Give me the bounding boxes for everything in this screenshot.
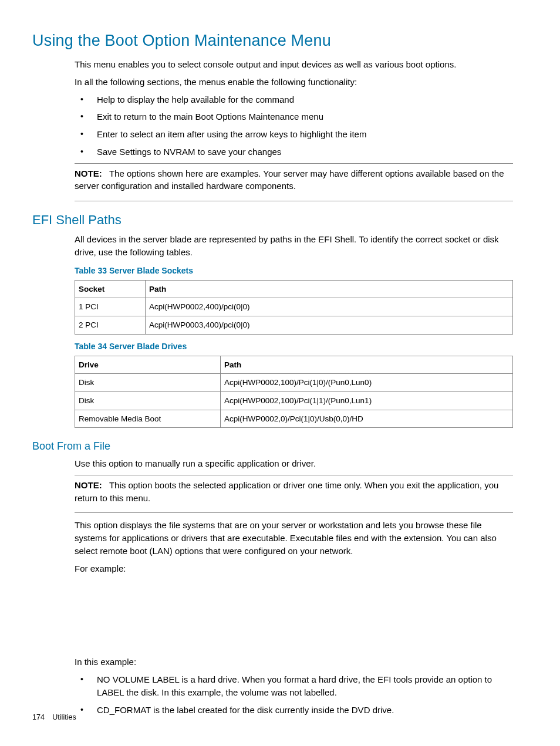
page-footer: 174 Utilities: [32, 712, 76, 723]
table-row: Disk Acpi(HWP0002,100)/Pci(1|0)/(Pun0,Lu…: [75, 374, 513, 392]
cell-socket: 1 PCI: [75, 298, 146, 316]
intro-paragraph-2: In all the following sections, the menus…: [75, 76, 513, 89]
table-row: Removable Media Boot Acpi(HWP0002,0)/Pci…: [75, 410, 513, 428]
functionality-list: Help to display the help available for t…: [75, 93, 513, 158]
table-33: Socket Path 1 PCI Acpi(HWP0002,400)/pci(…: [75, 280, 513, 335]
note-text: NOTE: This option boots the selected app…: [75, 479, 513, 505]
example-list: NO VOLUME LABEL is a hard drive. When yo…: [75, 673, 513, 716]
list-item: Enter to select an item after using the …: [75, 128, 513, 141]
page-number: 174: [32, 713, 45, 721]
table-header-row: Drive Path: [75, 356, 513, 374]
note-body: The options shown here are examples. You…: [75, 168, 504, 191]
note-box-1: NOTE: The options shown here are example…: [75, 163, 513, 202]
section-heading-efi: EFI Shell Paths: [32, 211, 513, 229]
table-33-caption: Table 33 Server Blade Sockets: [75, 265, 513, 276]
efi-content: All devices in the server blade are repr…: [32, 233, 513, 428]
cell-path: Acpi(HWP0002,400)/pci(0|0): [146, 298, 513, 316]
main-content: This menu enables you to select console …: [32, 58, 513, 201]
boot-paragraph-4: In this example:: [75, 656, 513, 669]
table-row: 2 PCI Acpi(HWP0003,400)/pci(0|0): [75, 316, 513, 334]
col-header-socket: Socket: [75, 280, 146, 298]
cell-path: Acpi(HWP0002,0)/Pci(1|0)/Usb(0,0)/HD: [221, 410, 513, 428]
cell-drive: Removable Media Boot: [75, 410, 221, 428]
table-row: Disk Acpi(HWP0002,100)/Pci(1|1)/(Pun0,Lu…: [75, 391, 513, 410]
cell-path: Acpi(HWP0003,400)/pci(0|0): [146, 316, 513, 334]
table-34-caption: Table 34 Server Blade Drives: [75, 340, 513, 352]
col-header-path: Path: [146, 280, 513, 298]
list-item: CD_FORMAT is the label created for the d…: [75, 704, 513, 717]
table-34: Drive Path Disk Acpi(HWP0002,100)/Pci(1|…: [75, 356, 513, 428]
boot-paragraph-1: Use this option to manually run a specif…: [75, 457, 513, 470]
list-item: Save Settings to NVRAM to save your chan…: [75, 146, 513, 158]
cell-path: Acpi(HWP0002,100)/Pci(1|0)/(Pun0,Lun0): [221, 374, 513, 392]
footer-section-name: Utilities: [52, 713, 76, 721]
cell-socket: 2 PCI: [75, 316, 146, 334]
note-label: NOTE:: [75, 480, 102, 490]
list-item: Help to display the help available for t…: [75, 93, 513, 106]
note-box-2: NOTE: This option boots the selected app…: [75, 475, 513, 514]
table-row: 1 PCI Acpi(HWP0002,400)/pci(0|0): [75, 298, 513, 316]
intro-paragraph-1: This menu enables you to select console …: [75, 58, 513, 71]
note-body: This option boots the selected applicati…: [75, 480, 498, 503]
list-item: NO VOLUME LABEL is a hard drive. When yo…: [75, 673, 513, 699]
col-header-path: Path: [221, 356, 513, 374]
example-placeholder: [75, 579, 513, 656]
table-header-row: Socket Path: [75, 280, 513, 298]
boot-content: Use this option to manually run a specif…: [32, 457, 513, 716]
page-title: Using the Boot Option Maintenance Menu: [32, 29, 513, 52]
cell-drive: Disk: [75, 391, 221, 410]
section-heading-boot-from-file: Boot From a File: [32, 438, 513, 454]
col-header-drive: Drive: [75, 356, 221, 374]
note-text: NOTE: The options shown here are example…: [75, 167, 513, 193]
boot-paragraph-2: This option displays the file systems th…: [75, 519, 513, 557]
cell-path: Acpi(HWP0002,100)/Pci(1|1)/(Pun0,Lun1): [221, 391, 513, 410]
efi-intro: All devices in the server blade are repr…: [75, 233, 513, 259]
note-label: NOTE:: [75, 168, 102, 178]
list-item: Exit to return to the main Boot Options …: [75, 110, 513, 123]
cell-drive: Disk: [75, 374, 221, 392]
boot-paragraph-3: For example:: [75, 562, 513, 575]
